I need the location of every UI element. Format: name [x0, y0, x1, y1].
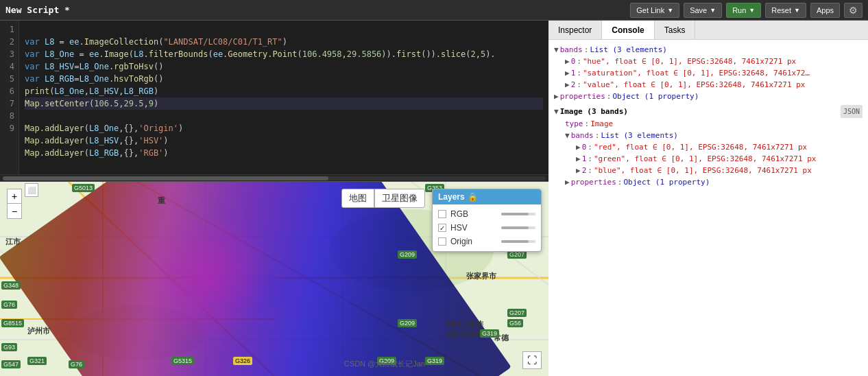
tree-arrow-rgb-b[interactable]: ▶ — [576, 165, 581, 176]
tree-key-rgb-b: 2 — [582, 165, 587, 176]
map-type-satellite-button[interactable]: 卫星图像 — [374, 189, 425, 208]
road-badge-g5315: G5315 — [171, 357, 194, 365]
layers-panel: Layers 🔒 RGB ✓ HSV — [432, 189, 542, 252]
tree-row-props1: ▶ properties : Object (1 property) — [554, 91, 863, 102]
get-link-button[interactable]: Get Link ▼ — [630, 3, 679, 18]
run-arrow-icon: ▼ — [749, 7, 755, 14]
console-tree: ▼ bands : List (3 elements) ▶ 0 : "hue",… — [551, 43, 865, 189]
city-label-luzhoushi: 泸州市 — [27, 326, 50, 336]
tree-key-band0: 0 — [571, 56, 576, 67]
tree-arrow-band1[interactable]: ▶ — [565, 67, 570, 79]
scrollbar-thumb[interactable] — [3, 176, 328, 180]
map-type-buttons: 地图 卫星图像 — [341, 189, 425, 208]
tree-arrow-band2[interactable]: ▶ — [565, 79, 570, 91]
panel-tabs: Inspector Console Tasks — [548, 21, 868, 40]
layer-checkbox-origin[interactable] — [438, 237, 446, 246]
city-label-xiangxituzu: 湘西土家族 — [446, 319, 483, 329]
lock-icon: 🔒 — [468, 192, 478, 202]
tree-arrow-bands2[interactable]: ▼ — [565, 130, 570, 141]
code-content[interactable]: var L8 = ee.ImageCollection("LANDSAT/LC0… — [19, 21, 548, 174]
tree-row-band2: ▶ 2 : "value", float ∈ [0, 1], EPSG:3264… — [565, 79, 863, 91]
tree-row-rgb-g: ▶ 1 : "green", float ∈ [0, 1], EPSG:3264… — [576, 153, 863, 165]
layer-opacity-rgb[interactable] — [501, 213, 535, 215]
tree-arrow-band0[interactable]: ▶ — [565, 56, 570, 67]
road-badge-g5013: G5013 — [72, 184, 95, 192]
layers-header: Layers 🔒 — [433, 189, 541, 204]
city-label-miaozu: 苗族自治州 — [446, 329, 480, 339]
map-type-ditu-button[interactable]: 地图 — [341, 189, 374, 208]
horizontal-scrollbar[interactable] — [0, 174, 548, 181]
reset-arrow-icon: ▼ — [794, 7, 800, 14]
layer-name-origin: Origin — [450, 237, 497, 246]
road-badge-g348: G348 — [1, 281, 21, 290]
tree-key-props1: properties — [560, 91, 605, 102]
layers-title: Layers — [438, 192, 465, 202]
script-title: New Script * — [5, 5, 70, 15]
road-badge-g209b: G209 — [398, 319, 417, 327]
tab-console[interactable]: Console — [602, 21, 654, 39]
zoom-in-button[interactable]: + — [7, 189, 22, 204]
road-badge-g56: G56 — [507, 319, 523, 327]
zoom-controls: + − — [7, 189, 22, 219]
layer-checkbox-rgb[interactable] — [438, 210, 446, 218]
console-content: ▼ bands : List (3 elements) ▶ 0 : "hue",… — [548, 40, 868, 376]
tree-val-band2: "value", float ∈ [0, 1], EPSG:32648, 746… — [583, 79, 806, 91]
zoom-out-button[interactable]: − — [7, 204, 22, 219]
settings-icon[interactable]: ⚙ — [844, 3, 863, 18]
tree-image-children: type : Image ▼ bands : List (3 elements)… — [554, 118, 863, 188]
layer-name-rgb: RGB — [450, 209, 497, 219]
layer-item-rgb: RGB — [433, 207, 541, 221]
tree-key-image: Image (3 bands) — [560, 106, 628, 117]
tree-colon: : — [584, 44, 589, 56]
toolbar: New Script * Get Link ▼ Save ▼ Run ▼ Res… — [0, 0, 868, 21]
tree-key-rgb-r: 0 — [582, 141, 587, 153]
tab-tasks[interactable]: Tasks — [655, 21, 696, 39]
code-area[interactable]: 12345 6789 var L8 = ee.ImageCollection("… — [0, 21, 548, 174]
watermark: CSDN @大白成长记Jan — [344, 359, 425, 369]
layer-opacity-hsv[interactable] — [501, 226, 535, 229]
layer-opacity-origin[interactable] — [501, 240, 535, 243]
layers-list: RGB ✓ HSV Origin — [433, 204, 541, 251]
road-badge-g207b: G207 — [507, 309, 527, 317]
tree-val-rgb-r: "red", float ∈ [0, 1], EPSG:32648, 7461x… — [594, 141, 807, 153]
tab-inspector[interactable]: Inspector — [548, 21, 602, 39]
tree-arrow-props1[interactable]: ▶ — [554, 91, 559, 102]
road-badge-g319b: G319 — [425, 357, 444, 365]
tree-key-band2: 2 — [571, 79, 576, 91]
map-background[interactable]: 江市 重 张家界市 常德 泸州市 湘西土家族 苗族自治州 G5013 G348 … — [0, 182, 548, 376]
tree-val-props1: Object (1 property) — [612, 91, 699, 102]
layer-checkbox-hsv[interactable]: ✓ — [438, 224, 446, 232]
road-badge-g93: G93 — [1, 343, 17, 351]
tree-arrow-rgb-r[interactable]: ▶ — [576, 141, 581, 153]
run-button[interactable]: Run ▼ — [726, 3, 761, 18]
map-tool-icon[interactable]: ⬜ — [25, 183, 38, 197]
road-badge-g76b: G76 — [69, 360, 84, 368]
tree-key-type: type — [565, 118, 583, 130]
main-layout: 12345 6789 var L8 = ee.ImageCollection("… — [0, 21, 868, 376]
tree-val-band1: "saturation", float ∈ [0, 1], EPSG:32648… — [583, 67, 810, 79]
apps-button[interactable]: Apps — [810, 3, 840, 18]
tree-row-props2: ▶ properties : Object (1 property) — [565, 176, 863, 188]
code-editor: 12345 6789 var L8 = ee.ImageCollection("… — [0, 21, 548, 182]
city-label-zhangjiajie: 张家界市 — [466, 271, 496, 281]
tree-arrow-props2[interactable]: ▶ — [565, 176, 570, 188]
tree-val-rgb-b: "blue", float ∈ [0, 1], EPSG:32648, 7461… — [594, 165, 812, 176]
road-badge-g319a: G319 — [480, 329, 499, 338]
right-panel: Inspector Console Tasks ▼ bands : List (… — [548, 21, 868, 376]
city-label-chong: 重 — [158, 196, 165, 206]
expand-button[interactable]: ⛶ — [522, 351, 542, 369]
tree-row-bands: ▼ bands : List (3 elements) — [554, 44, 863, 56]
json-badge[interactable]: JSON — [841, 105, 863, 118]
road-badge-g326: G326 — [233, 357, 252, 365]
tree-arrow-rgb-g[interactable]: ▶ — [576, 153, 581, 165]
layer-item-hsv: ✓ HSV — [433, 221, 541, 235]
tree-row-type: type : Image — [565, 118, 863, 130]
layer-name-hsv: HSV — [450, 223, 497, 233]
tree-val-band0: "hue", float ∈ [0, 1], EPSG:32648, 7461x… — [583, 56, 796, 67]
tree-arrow-image[interactable]: ▼ — [554, 106, 559, 117]
tree-arrow-bands[interactable]: ▼ — [554, 44, 559, 56]
tree-key-bands2: bands — [571, 130, 594, 141]
save-button[interactable]: Save ▼ — [684, 3, 722, 18]
reset-button[interactable]: Reset ▼ — [765, 3, 806, 18]
get-link-arrow-icon: ▼ — [667, 7, 673, 14]
